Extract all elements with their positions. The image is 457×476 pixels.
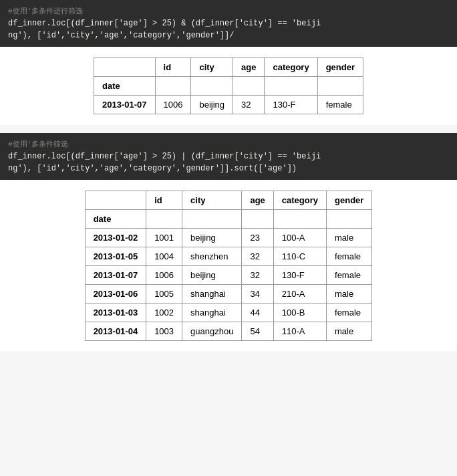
table-2-subheader-category	[273, 210, 326, 229]
code-block-2: #使用'多条件筛选 df_inner.loc[(df_inner['age'] …	[0, 133, 457, 180]
table-2-cell-gender: male	[327, 322, 372, 341]
table-2-cell-city: beijing	[182, 229, 242, 247]
table-row: 2013-01-071006beijing32130-Ffemale	[94, 96, 363, 114]
table-2-cell-city: guangzhou	[182, 322, 242, 341]
table-1-cell-gender: female	[317, 96, 363, 114]
table-1-header-row: id city age category gender	[94, 58, 363, 77]
table-2-body: 2013-01-021001beijing23100-Amale2013-01-…	[85, 229, 372, 341]
table-1-subheader-age	[233, 77, 265, 96]
table-2-cell-category: 100-B	[273, 304, 326, 322]
table-section-2: id city age category gender date 2013-01…	[0, 180, 457, 352]
table-2-subheader-id	[146, 210, 182, 229]
table-2-cell-id: 1003	[146, 322, 182, 341]
table-2-cell-city: shenzhen	[182, 247, 242, 266]
table-1-cell-age: 32	[233, 96, 265, 114]
table-2: id city age category gender date 2013-01…	[85, 191, 373, 341]
table-2-cell-city: shanghai	[182, 285, 242, 304]
table-1-subheader-row: date	[94, 77, 363, 96]
table-2-cell-id: 1004	[146, 247, 182, 266]
table-2-cell-category: 210-A	[273, 285, 326, 304]
table-row: 2013-01-071006beijing32130-Ffemale	[85, 266, 372, 285]
table-2-cell-id: 1006	[146, 266, 182, 285]
table-row: 2013-01-041003guangzhou54110-Amale	[85, 322, 372, 341]
table-2-cell-id: 1001	[146, 229, 182, 247]
table-1-body: 2013-01-071006beijing32130-Ffemale	[94, 96, 363, 114]
table-2-cell-date: 2013-01-06	[85, 285, 146, 304]
table-2-cell-id: 1002	[146, 304, 182, 322]
table-2-subheader-age	[242, 210, 273, 229]
table-2-cell-date: 2013-01-07	[85, 266, 146, 285]
table-1-col-category: category	[265, 58, 317, 77]
table-1: id city age category gender date 2013-01…	[94, 57, 363, 114]
table-1-subheader-gender	[317, 77, 363, 96]
table-2-cell-gender: female	[327, 247, 372, 266]
table-2-cell-id: 1005	[146, 285, 182, 304]
comment-1: #使用'多条件进行筛选	[8, 7, 83, 15]
table-section-1: id city age category gender date 2013-01…	[0, 47, 457, 125]
table-2-col-city: city	[182, 191, 242, 210]
code-line2-2: ng'), ['id','city','age','category','gen…	[8, 164, 297, 173]
table-2-cell-category: 110-C	[273, 247, 326, 266]
table-1-col-age: age	[233, 58, 265, 77]
table-row: 2013-01-061005shanghai34210-Amale	[85, 285, 372, 304]
table-2-cell-age: 44	[242, 304, 273, 322]
table-2-index-label: date	[85, 210, 146, 229]
table-1-col-id: id	[155, 58, 191, 77]
section-gap-1	[0, 125, 457, 133]
table-2-col-age: age	[242, 191, 273, 210]
table-2-cell-city: shanghai	[182, 304, 242, 322]
table-1-subheader-category	[265, 77, 317, 96]
table-2-cell-date: 2013-01-04	[85, 322, 146, 341]
table-row: 2013-01-031002shanghai44100-Bfemale	[85, 304, 372, 322]
table-2-cell-category: 130-F	[273, 266, 326, 285]
table-2-cell-gender: male	[327, 285, 372, 304]
table-1-subheader-id	[155, 77, 191, 96]
table-2-cell-category: 100-A	[273, 229, 326, 247]
table-2-cell-gender: female	[327, 304, 372, 322]
table-2-col-id: id	[146, 191, 182, 210]
code-block-1: #使用'多条件进行筛选 df_inner.loc[(df_inner['age'…	[0, 0, 457, 47]
table-1-col-city: city	[191, 58, 233, 77]
table-2-cell-age: 23	[242, 229, 273, 247]
table-2-cell-city: beijing	[182, 266, 242, 285]
table-2-subheader-row: date	[85, 210, 372, 229]
table-row: 2013-01-021001beijing23100-Amale	[85, 229, 372, 247]
table-1-index-label: date	[94, 77, 156, 96]
table-2-subheader-city	[182, 210, 242, 229]
table-row: 2013-01-051004shenzhen32110-Cfemale	[85, 247, 372, 266]
table-1-subheader-city	[191, 77, 233, 96]
table-2-cell-date: 2013-01-02	[85, 229, 146, 247]
table-1-col-index	[94, 58, 156, 77]
table-2-cell-age: 32	[242, 266, 273, 285]
table-2-header-row: id city age category gender	[85, 191, 372, 210]
table-1-cell-city: beijing	[191, 96, 233, 114]
table-2-cell-age: 54	[242, 322, 273, 341]
code-line1-1: df_inner.loc[(df_inner['age'] > 25) & (d…	[8, 19, 321, 28]
table-1-col-gender: gender	[317, 58, 363, 77]
table-2-cell-age: 32	[242, 247, 273, 266]
table-2-col-category: category	[273, 191, 326, 210]
table-1-cell-id: 1006	[155, 96, 191, 114]
table-2-cell-date: 2013-01-03	[85, 304, 146, 322]
table-2-cell-age: 34	[242, 285, 273, 304]
code-line2-1: df_inner.loc[(df_inner['age'] > 25) | (d…	[8, 152, 321, 161]
table-2-cell-gender: male	[327, 229, 372, 247]
table-2-subheader-gender	[327, 210, 372, 229]
table-2-cell-gender: female	[327, 266, 372, 285]
code-line1-2: ng'), ['id','city','age','category','gen…	[8, 31, 234, 40]
table-1-cell-category: 130-F	[265, 96, 317, 114]
table-2-cell-category: 110-A	[273, 322, 326, 341]
table-2-cell-date: 2013-01-05	[85, 247, 146, 266]
table-2-col-index	[85, 191, 146, 210]
table-2-col-gender: gender	[327, 191, 372, 210]
comment-2: #使用'多条件筛选	[8, 140, 68, 148]
table-1-cell-date: 2013-01-07	[94, 96, 156, 114]
